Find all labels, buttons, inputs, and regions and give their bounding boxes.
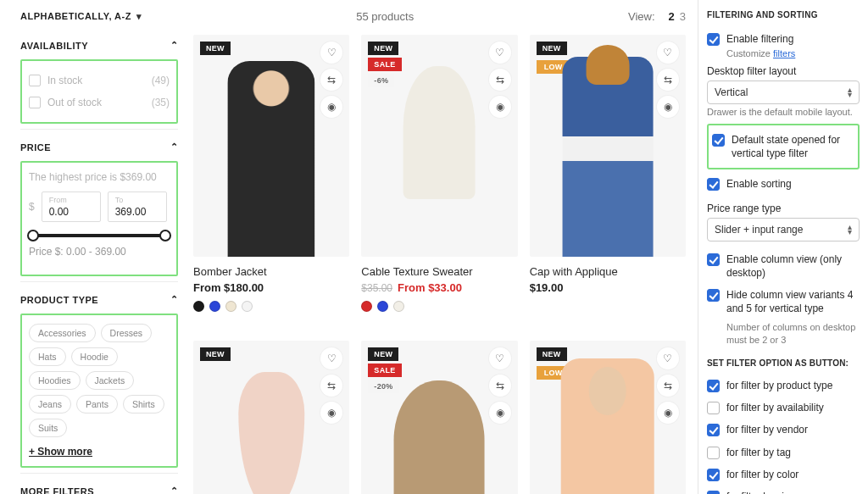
eye-icon[interactable]: ◉	[320, 402, 342, 424]
swatch[interactable]	[242, 301, 253, 312]
product-card[interactable]: NEWSALE-6% ♡ ⇆ ◉ Cable Texture Sweater$3…	[361, 35, 517, 324]
chip-suits[interactable]: Suits	[29, 419, 67, 437]
chip-jackets[interactable]: Jackets	[86, 371, 135, 390]
price-range-type-label: Price range type	[707, 203, 860, 214]
price-highest-note: The highest price is $369.00	[29, 171, 170, 183]
product-image[interactable]: NEWSALE-20% ♡ ⇆ ◉	[361, 341, 517, 494]
chip-hoodies[interactable]: Hoodies	[29, 371, 81, 390]
swatch[interactable]	[393, 301, 404, 312]
swatch[interactable]	[209, 301, 220, 312]
default-state-opened-checkbox[interactable]: Default state opened for vertical type f…	[712, 129, 854, 164]
chip-dresses[interactable]: Dresses	[101, 324, 153, 342]
view-option-2[interactable]: 2	[669, 10, 675, 23]
product-card[interactable]: NEWSALE-20% ♡ ⇆ ◉	[361, 341, 517, 494]
option-for-filter-by-tag[interactable]: for filter by tag	[707, 441, 860, 463]
eye-icon[interactable]: ◉	[657, 96, 679, 118]
swatch[interactable]	[377, 301, 388, 312]
filter-price-toggle[interactable]: PRICE⌃	[20, 129, 178, 161]
swatch[interactable]	[225, 301, 236, 312]
product-card[interactable]: NEWLOW STOCK ♡ ⇆ ◉	[530, 341, 686, 494]
badge-sale: SALE	[368, 58, 401, 71]
filter-product-type-toggle[interactable]: PRODUCT TYPE⌃	[20, 281, 178, 314]
compare-icon[interactable]: ⇆	[489, 375, 511, 397]
select-arrows-icon: ▴▾	[848, 87, 852, 97]
customize-filters-link[interactable]: Customize filters	[726, 48, 860, 58]
compare-icon[interactable]: ⇆	[489, 69, 511, 91]
view-option-3[interactable]: 3	[680, 10, 686, 23]
price-slider[interactable]	[31, 234, 168, 237]
product-image[interactable]: NEWLOW STOCK ♡ ⇆ ◉	[530, 341, 686, 494]
option-for-filter-by-color[interactable]: for filter by color	[707, 463, 860, 486]
price-to-input[interactable]: To369.00	[108, 191, 167, 222]
product-card[interactable]: NEW ♡ ⇆ ◉	[193, 341, 349, 494]
chip-hats[interactable]: Hats	[29, 347, 66, 366]
eye-icon[interactable]: ◉	[320, 96, 342, 118]
chip-pants[interactable]: Pants	[76, 395, 118, 414]
compare-icon[interactable]: ⇆	[657, 69, 679, 91]
product-image[interactable]: NEW ♡ ⇆ ◉	[193, 341, 349, 494]
product-image[interactable]: NEWSALE-6% ♡ ⇆ ◉	[361, 35, 517, 257]
checkbox-icon	[29, 97, 41, 108]
chevron-up-icon: ⌃	[170, 486, 179, 494]
checkbox-icon	[707, 289, 720, 302]
enable-sorting-checkbox[interactable]: Enable sorting	[707, 173, 860, 195]
product-count: 55 products	[142, 10, 628, 23]
product-type-options: AccessoriesDressesHatsHoodieHoodiesJacke…	[20, 314, 178, 468]
option-for-filter-by-size[interactable]: for filter by size	[707, 486, 860, 494]
desktop-layout-select[interactable]: Vertical▴▾	[707, 80, 860, 104]
product-image[interactable]: NEW ♡ ⇆ ◉	[193, 35, 349, 257]
select-arrows-icon: ▴▾	[848, 225, 852, 235]
availability-options: In stock(49) Out of stock(35)	[20, 59, 178, 124]
option-for-filter-by-vendor[interactable]: for filter by vendor	[707, 419, 860, 441]
heart-icon[interactable]: ♡	[320, 347, 342, 369]
heart-icon[interactable]: ♡	[489, 347, 511, 369]
hide-column-variants-checkbox[interactable]: Hide column view variants 4 and 5 for ve…	[707, 284, 860, 319]
swatch[interactable]	[193, 301, 204, 312]
compare-icon[interactable]: ⇆	[320, 69, 342, 91]
chip-shirts[interactable]: Shirts	[123, 395, 164, 414]
product-image[interactable]: NEWLOW STOCK ♡ ⇆ ◉	[530, 35, 686, 257]
chevron-up-icon: ⌃	[170, 40, 179, 51]
chip-hoodie[interactable]: Hoodie	[71, 347, 118, 366]
eye-icon[interactable]: ◉	[489, 402, 511, 424]
option-for-filter-by-product-type[interactable]: for filter by product type	[707, 375, 860, 397]
chevron-up-icon: ⌃	[170, 142, 179, 153]
checkbox-icon	[707, 491, 720, 494]
product-price: $35.00From $33.00	[361, 281, 517, 294]
price-from-input[interactable]: From0.00	[42, 191, 101, 222]
chip-jeans[interactable]: Jeans	[29, 395, 71, 414]
product-price: $19.00	[530, 281, 686, 294]
badge-new: NEW	[200, 42, 231, 55]
heart-icon[interactable]: ♡	[657, 347, 679, 369]
show-more-button[interactable]: + Show more	[29, 446, 92, 458]
product-card[interactable]: NEWLOW STOCK ♡ ⇆ ◉ Cap with Applique$19.…	[530, 35, 686, 324]
enable-filtering-checkbox[interactable]: Enable filtering	[707, 28, 860, 50]
price-range-type-select[interactable]: Slider + input range▴▾	[707, 218, 860, 241]
sort-dropdown[interactable]: ALPHABETICALLY, A-Z▾	[20, 11, 142, 22]
eye-icon[interactable]: ◉	[489, 96, 511, 118]
filter-more-toggle[interactable]: MORE FILTERS⌃	[20, 473, 178, 494]
heart-icon[interactable]: ♡	[657, 42, 679, 64]
filter-availability-toggle[interactable]: AVAILABILITY⌃	[20, 35, 178, 59]
checkbox-icon	[707, 178, 720, 191]
compare-icon[interactable]: ⇆	[320, 375, 342, 397]
heart-icon[interactable]: ♡	[489, 42, 511, 64]
swatch[interactable]	[361, 301, 372, 312]
badge-new: NEW	[368, 42, 398, 55]
eye-icon[interactable]: ◉	[657, 402, 679, 424]
product-title: Bomber Jacket	[193, 265, 349, 278]
compare-icon[interactable]: ⇆	[657, 375, 679, 397]
badge-new: NEW	[200, 347, 231, 361]
chip-accessories[interactable]: Accessories	[29, 324, 96, 342]
option-for-filter-by-availability[interactable]: for filter by availability	[707, 397, 860, 419]
product-card[interactable]: NEW ♡ ⇆ ◉ Bomber JacketFrom $180.00	[193, 35, 349, 324]
view-label: View:	[628, 10, 655, 23]
badge-new: NEW	[368, 347, 398, 361]
heart-icon[interactable]: ♡	[320, 42, 342, 64]
enable-column-view-checkbox[interactable]: Enable column view (only desktop)	[707, 248, 860, 284]
filter-out-of-stock[interactable]: Out of stock(35)	[29, 92, 170, 114]
filter-in-stock[interactable]: In stock(49)	[29, 69, 170, 92]
checkbox-icon	[707, 253, 720, 266]
drawer-note: Drawer is the default mobile layout.	[707, 106, 860, 119]
hide-variants-note: Number of columns on desktop must be 2 o…	[726, 321, 860, 347]
